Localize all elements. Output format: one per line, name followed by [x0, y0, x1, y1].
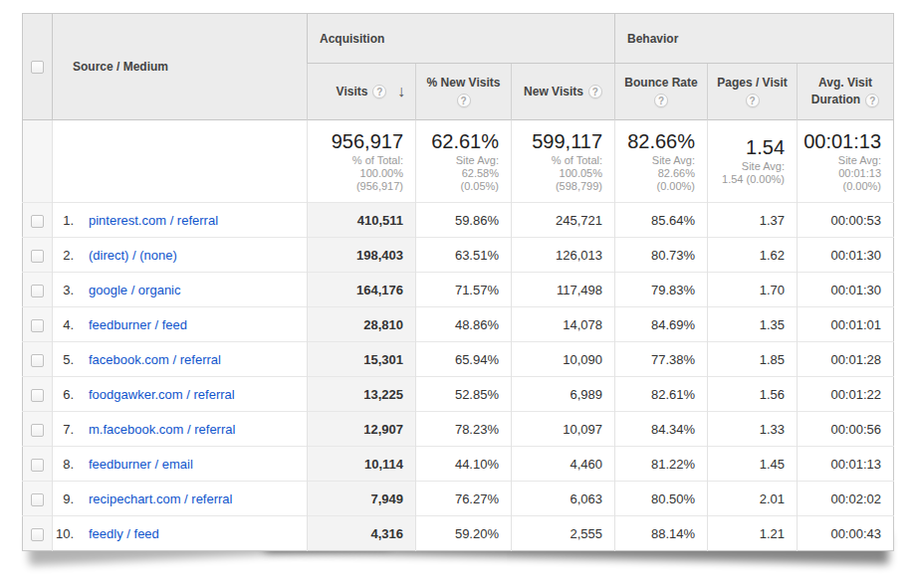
column-header-new-visits[interactable]: New Visits? [512, 64, 615, 120]
help-icon[interactable]: ? [588, 85, 602, 98]
column-header-avg-visit-duration[interactable]: Avg. Visit Duration? [798, 64, 894, 120]
source-medium-link[interactable]: feedburner / feed [89, 317, 187, 332]
summary-duration-subtext: Site Avg: 00:01:13 (0.00%) [798, 154, 881, 193]
avg-duration-value: 00:02:02 [798, 482, 894, 516]
pct-new-visits-value: 59.86% [416, 203, 512, 238]
source-medium-link[interactable]: recipechart.com / referral [89, 491, 233, 506]
summary-new-visits-subtext: % of Total: 100.05% (598,799) [512, 154, 602, 193]
visits-value: 4,316 [308, 516, 416, 551]
row-checkbox[interactable] [31, 528, 44, 541]
column-header-bounce-rate[interactable]: Bounce Rate ? [615, 64, 708, 120]
help-icon[interactable]: ? [457, 94, 471, 107]
pct-new-visits-value: 71.57% [416, 273, 512, 307]
column-header-source-medium[interactable]: Source / Medium [53, 14, 308, 120]
group-header-acquisition: Acquisition [308, 14, 615, 64]
visits-value: 28,810 [308, 307, 416, 342]
row-checkbox[interactable] [31, 424, 44, 437]
visits-value: 164,176 [308, 273, 416, 307]
row-checkbox[interactable] [31, 459, 44, 472]
row-index: 2. [53, 248, 74, 263]
pct-new-visits-value: 78.23% [416, 412, 512, 447]
row-index: 9. [53, 491, 74, 506]
visits-value: 7,949 [308, 482, 416, 516]
summary-pages-visit: 1.54 Site Avg: 1.54 (0.00%) [708, 120, 798, 203]
pages-visit-value: 1.62 [708, 238, 798, 273]
pages-visit-value: 2.01 [708, 482, 798, 516]
bounce-rate-value: 88.14% [615, 516, 708, 551]
visits-value: 13,225 [308, 377, 416, 412]
bounce-rate-value: 80.50% [615, 482, 708, 516]
column-header-pages-visit[interactable]: Pages / Visit ? [708, 64, 798, 120]
bounce-rate-value: 79.83% [615, 273, 708, 307]
bounce-rate-label: Bounce Rate [615, 75, 707, 92]
summary-bounce-value: 82.66% [615, 130, 695, 152]
new-visits-value: 245,721 [512, 203, 615, 238]
summary-bounce-rate: 82.66% Site Avg: 82.66% (0.00%) [615, 120, 708, 203]
row-checkbox[interactable] [31, 354, 44, 367]
row-checkbox[interactable] [31, 493, 44, 506]
new-visits-label: New Visits [524, 85, 583, 98]
summary-visits-value: 956,917 [308, 130, 403, 152]
bounce-rate-value: 82.61% [615, 377, 708, 412]
source-medium-link[interactable]: pinterest.com / referral [89, 213, 218, 228]
row-index: 6. [53, 387, 74, 402]
table-row: 4.feedburner / feed 28,810 48.86% 14,078… [23, 307, 894, 342]
group-header-behavior: Behavior [615, 14, 894, 64]
avg-duration-value: 00:01:28 [798, 342, 894, 377]
source-medium-link[interactable]: (direct) / (none) [89, 248, 177, 263]
help-icon[interactable]: ? [654, 94, 668, 107]
new-visits-value: 10,090 [512, 342, 615, 377]
select-all-cell [23, 14, 53, 120]
table-row: 6.foodgawker.com / referral 13,225 52.85… [23, 377, 894, 412]
source-medium-link[interactable]: feedburner / email [89, 457, 193, 472]
summary-row: 956,917 % of Total: 100.00% (956,917) 62… [23, 120, 894, 203]
source-medium-link[interactable]: google / organic [89, 283, 181, 297]
pct-new-visits-value: 65.94% [416, 342, 512, 377]
help-icon[interactable]: ? [746, 94, 760, 107]
column-header-visits[interactable]: Visits? ↓ [308, 64, 416, 120]
row-checkbox[interactable] [31, 285, 44, 297]
new-visits-value: 6,989 [512, 377, 615, 412]
visits-value: 10,114 [308, 447, 416, 482]
summary-pct-new-value: 62.61% [416, 130, 499, 152]
new-visits-value: 117,498 [512, 273, 615, 307]
select-all-checkbox[interactable] [31, 61, 44, 74]
summary-checkbox-cell [23, 120, 53, 203]
bounce-rate-value: 85.64% [615, 203, 708, 238]
new-visits-value: 10,097 [512, 412, 615, 447]
bounce-rate-value: 84.69% [615, 307, 708, 342]
pages-visit-value: 1.85 [708, 342, 798, 377]
source-medium-link[interactable]: feedly / feed [89, 526, 159, 541]
pages-visit-value: 1.37 [708, 203, 798, 238]
summary-duration-value: 00:01:13 [798, 130, 881, 152]
column-header-pct-new-visits[interactable]: % New Visits ? [416, 64, 512, 120]
avg-duration-value: 00:01:30 [798, 273, 894, 307]
row-checkbox[interactable] [31, 250, 44, 263]
source-medium-link[interactable]: foodgawker.com / referral [89, 387, 235, 402]
pct-new-visits-value: 48.86% [416, 307, 512, 342]
bounce-rate-value: 77.38% [615, 342, 708, 377]
summary-pages-subtext: Site Avg: 1.54 (0.00%) [708, 160, 785, 186]
summary-source-cell [53, 120, 308, 203]
bounce-rate-value: 80.73% [615, 238, 708, 273]
help-icon[interactable]: ? [372, 85, 386, 98]
summary-bounce-subtext: Site Avg: 82.66% (0.00%) [615, 154, 695, 193]
page: Source / Medium Acquisition Behavior Vis… [0, 0, 915, 588]
avg-duration-value: 00:01:30 [798, 238, 894, 273]
new-visits-value: 126,013 [512, 238, 615, 273]
summary-new-visits: 599,117 % of Total: 100.05% (598,799) [512, 120, 615, 203]
summary-new-visits-value: 599,117 [512, 130, 602, 152]
table-row: 9.recipechart.com / referral 7,949 76.27… [23, 482, 894, 516]
table-row: 7.m.facebook.com / referral 12,907 78.23… [23, 412, 894, 447]
table-row: 8.feedburner / email 10,114 44.10% 4,460… [23, 447, 894, 482]
source-medium-link[interactable]: m.facebook.com / referral [89, 422, 235, 437]
source-medium-link[interactable]: facebook.com / referral [89, 352, 221, 367]
row-checkbox[interactable] [31, 389, 44, 402]
pages-visit-label: Pages / Visit [708, 75, 797, 92]
visits-label: Visits [337, 85, 368, 98]
row-checkbox[interactable] [31, 319, 44, 332]
pages-visit-value: 1.33 [708, 412, 798, 447]
sort-descending-icon[interactable]: ↓ [397, 83, 405, 100]
row-checkbox[interactable] [31, 215, 44, 228]
help-icon[interactable]: ? [865, 94, 879, 107]
